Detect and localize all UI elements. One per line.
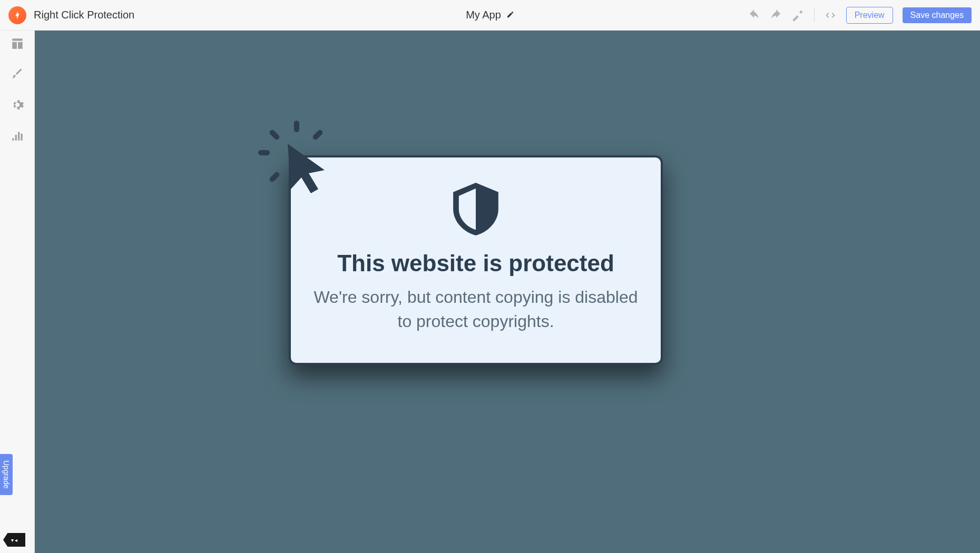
editor-canvas[interactable]: This website is protected We're sorry, b… bbox=[35, 31, 980, 553]
bar-chart-icon[interactable] bbox=[11, 129, 24, 142]
svg-rect-4 bbox=[258, 150, 270, 155]
upgrade-tab[interactable]: Upgrade bbox=[0, 454, 13, 495]
card-wrapper: This website is protected We're sorry, b… bbox=[289, 155, 663, 366]
corner-badge[interactable]: ▾ ◂ bbox=[3, 533, 25, 547]
left-sidebar: Upgrade ▾ ◂ bbox=[0, 31, 35, 553]
svg-rect-1 bbox=[312, 129, 324, 141]
protection-card: This website is protected We're sorry, b… bbox=[289, 155, 663, 366]
app-name: My App bbox=[466, 9, 501, 21]
cursor-click-icon bbox=[256, 118, 335, 197]
preview-button[interactable]: Preview bbox=[846, 7, 893, 24]
plugin-title: Right Click Protection bbox=[34, 9, 134, 21]
layout-icon[interactable] bbox=[11, 37, 24, 51]
toolbar-divider bbox=[814, 8, 815, 22]
undo-icon[interactable] bbox=[748, 9, 760, 22]
gear-icon[interactable] bbox=[11, 98, 24, 112]
brush-icon[interactable] bbox=[11, 67, 24, 81]
logo-glyph-icon bbox=[13, 11, 22, 20]
edit-name-icon[interactable] bbox=[506, 9, 514, 21]
svg-rect-0 bbox=[294, 121, 299, 132]
topbar-right: Preview Save changes bbox=[748, 7, 972, 24]
save-button[interactable]: Save changes bbox=[903, 7, 972, 23]
card-body: We're sorry, but content copying is disa… bbox=[312, 285, 640, 334]
code-icon[interactable] bbox=[824, 9, 837, 22]
card-title: This website is protected bbox=[312, 250, 640, 276]
svg-rect-3 bbox=[269, 129, 281, 141]
svg-rect-5 bbox=[269, 171, 281, 183]
plugin-logo[interactable] bbox=[8, 6, 26, 24]
hammer-icon[interactable] bbox=[792, 9, 805, 22]
top-bar: Right Click Protection My App Preview Sa… bbox=[0, 0, 980, 31]
shield-icon bbox=[453, 183, 498, 235]
topbar-left: Right Click Protection bbox=[8, 6, 134, 24]
app-name-group[interactable]: My App bbox=[466, 9, 514, 21]
redo-icon[interactable] bbox=[770, 9, 782, 22]
